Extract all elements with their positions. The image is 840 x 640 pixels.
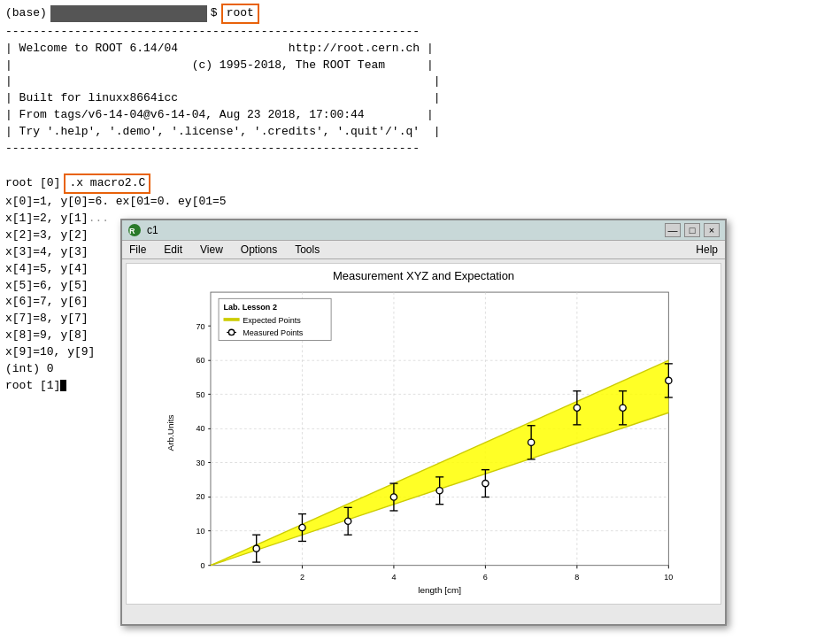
svg-point-87	[228, 329, 234, 335]
root-app-icon: R	[127, 223, 142, 237]
title-left: R c1	[127, 223, 158, 237]
maximize-button[interactable]: □	[684, 223, 700, 237]
svg-text:2: 2	[300, 573, 304, 582]
dollar-sign: $	[211, 5, 218, 22]
svg-point-53	[620, 405, 626, 411]
svg-text:R: R	[129, 227, 135, 235]
chart-title: Measurement XYZ and Expectation	[127, 264, 721, 284]
svg-point-49	[574, 405, 580, 411]
svg-text:40: 40	[197, 424, 205, 433]
svg-point-45	[528, 439, 535, 445]
bash-prompt-line: (base) $ root	[0, 4, 840, 24]
svg-text:20: 20	[197, 492, 205, 501]
from-line: | From tags/v6-14-04@v6-14-04, Aug 23 20…	[0, 107, 840, 124]
root-menubar: File Edit View Options Tools Help	[122, 241, 725, 259]
title-buttons[interactable]: — □ ×	[665, 223, 720, 237]
menu-edit[interactable]: Edit	[160, 243, 186, 257]
menu-options[interactable]: Options	[237, 243, 281, 257]
menu-help[interactable]: Help	[692, 243, 721, 257]
menu-file[interactable]: File	[126, 243, 150, 257]
svg-point-57	[666, 377, 672, 383]
x-axis-label: length [cm]	[418, 585, 461, 595]
svg-text:6: 6	[483, 573, 488, 582]
menu-tools[interactable]: Tools	[291, 243, 323, 257]
chart-area: Measurement XYZ and Expectation	[126, 263, 721, 605]
svg-point-37	[436, 488, 443, 494]
welcome-line1: | Welcome to ROOT 6.14/04 http://root.ce…	[0, 41, 840, 58]
bash-prefix: (base)	[5, 5, 47, 22]
root1-prompt: root [1]	[5, 378, 60, 395]
legend-title: Lab. Lesson 2	[223, 303, 276, 312]
root-titlebar: R c1 — □ ×	[122, 220, 725, 241]
minimize-button[interactable]: —	[665, 223, 681, 237]
svg-text:4: 4	[391, 573, 396, 582]
root0-prompt: root [0]	[5, 175, 60, 192]
separator-top: ----------------------------------------…	[0, 24, 840, 41]
legend-expected: Expected Points	[243, 316, 301, 325]
menu-view[interactable]: View	[197, 243, 227, 257]
svg-point-21	[253, 545, 259, 551]
chart-svg: Arb.Units 0 10 20 30 40 50 60 70 2 4 6 8…	[127, 284, 721, 598]
svg-text:30: 30	[197, 459, 205, 467]
welcome-line2: | (c) 1995-2018, The ROOT Team |	[0, 58, 840, 74]
legend-measured: Measured Points	[243, 328, 303, 337]
svg-point-33	[390, 494, 397, 500]
svg-text:10: 10	[664, 573, 673, 582]
user-host	[50, 5, 207, 22]
svg-text:60: 60	[197, 356, 205, 365]
root-command-input[interactable]: root	[221, 4, 259, 24]
svg-text:0: 0	[201, 561, 205, 570]
svg-text:10: 10	[197, 527, 205, 536]
svg-text:70: 70	[197, 322, 205, 331]
blank-line	[0, 158, 840, 174]
welcome-line3: | |	[0, 73, 840, 90]
built-line: | Built for linuxx8664icc |	[0, 90, 840, 107]
svg-point-25	[299, 524, 305, 530]
close-button[interactable]: ×	[704, 223, 720, 237]
macro-command-input[interactable]: .x macro2.C	[64, 173, 150, 194]
window-title: c1	[147, 224, 158, 236]
root0-prompt-line: root [0] .x macro2.C	[0, 173, 840, 194]
y-axis-label: Arb.Units	[166, 414, 175, 451]
svg-point-29	[345, 518, 351, 524]
cursor	[60, 380, 66, 391]
separator-bottom: ----------------------------------------…	[0, 141, 840, 158]
root-canvas-window: R c1 — □ × File Edit View Options Tools …	[120, 219, 727, 626]
try-line: | Try '.help', '.demo', '.license', '.cr…	[0, 124, 840, 141]
svg-text:8: 8	[574, 573, 579, 582]
data-line-0: x[0]=1, y[0]=6. ex[01=0. ey[01=5	[0, 194, 840, 211]
svg-text:50: 50	[197, 390, 205, 399]
svg-point-41	[482, 480, 489, 486]
